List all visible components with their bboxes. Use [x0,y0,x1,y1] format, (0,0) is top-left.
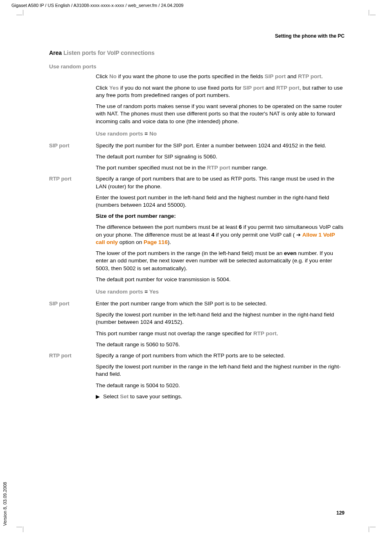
size-heading: Size of the port number range: [96,212,345,220]
paragraph: Enter the lowest port number in the left… [96,194,345,209]
crop-mark [369,526,369,532]
section-prefix: Area [49,50,63,56]
use-random-ports-no: Use random ports = No [96,130,345,138]
paragraph: The default range is 5060 to 5076. [96,341,345,348]
intro-block: Click No if you want the phone to use th… [96,73,345,138]
rtp-port-label: RTP port [49,175,96,300]
paragraph: The lower of the port numbers in the ran… [96,250,345,272]
paragraph: Specify a range of port numbers from whi… [96,352,345,359]
section-title: Area Listen ports for VoIP connections [49,49,345,57]
use-random-ports-yes: Use random ports = Yes [96,288,345,296]
sip-port-row-2: SIP port Enter the port number range fro… [49,300,345,352]
crop-mark [370,527,376,527]
page-content: Area Listen ports for VoIP connections U… [49,49,345,401]
document-header: Gigaset A580 IP / US English / A31008-xx… [11,2,183,9]
sip-port-row: SIP port Specify the port number for the… [49,142,345,176]
action-bullet: ▶ Select Set to save your settings. [96,393,345,401]
paragraph: The difference between the port numbers … [96,224,345,246]
paragraph: The use of random ports makes sense if y… [96,103,345,125]
version-label: Version 8, 03.09.2008 [2,482,8,526]
link-page-116[interactable]: Page 116 [144,239,168,245]
triangle-right-icon: ▶ [96,393,103,401]
paragraph: Specify the lowest port number in the ra… [96,363,345,378]
running-header: Setting the phone with the PC [275,33,345,40]
rtp-port-row: RTP port Specify a range of port numbers… [49,175,345,300]
paragraph: The port number specified must not be in… [96,164,345,172]
crop-mark [23,10,23,16]
page-number: 129 [336,510,345,517]
paragraph: The default range is 5004 to 5020. [96,382,345,389]
paragraph: Enter the port number range from which t… [96,300,345,307]
rtp-port-body: Specify a range of port numbers that are… [96,175,345,300]
paragraph: Specify the lowest port number in the le… [96,311,345,326]
crop-mark [370,15,376,15]
arrow-right-icon: ➔ [296,232,301,238]
paragraph: Specify a range of port numbers that are… [96,175,345,190]
section-name: Listen ports for VoIP connections [63,50,155,56]
sip-port-body: Enter the port number range from which t… [96,300,345,352]
rtp-port-label: RTP port [49,352,96,401]
paragraph: Specify the port number for the SIP port… [96,142,345,149]
paragraph: This port number range must not overlap … [96,330,345,337]
crop-mark [16,527,22,527]
sip-port-body: Specify the port number for the SIP port… [96,142,345,176]
paragraph: The default port number for SIP signalin… [96,153,345,160]
sip-port-label: SIP port [49,142,96,176]
paragraph: Click Yes if you do not want the phone t… [96,84,345,99]
paragraph: The default port number for voice transm… [96,276,345,283]
crop-mark [23,526,23,532]
action-text: Select Set to save your settings. [103,393,182,401]
paragraph: Click No if you want the phone to use th… [96,73,345,80]
crop-mark [16,15,22,15]
crop-mark [369,10,369,16]
rtp-port-row-2: RTP port Specify a range of port numbers… [49,352,345,401]
sip-port-label: SIP port [49,300,96,352]
use-random-ports-heading: Use random ports [49,63,345,71]
rtp-port-body: Specify a range of port numbers from whi… [96,352,345,401]
